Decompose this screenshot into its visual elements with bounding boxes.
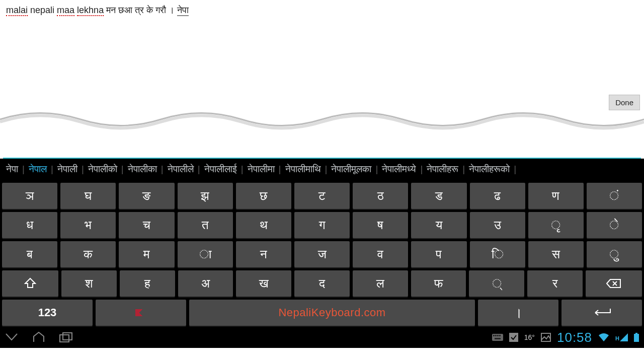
system-navbar: 16° 10:58 H: [0, 327, 644, 348]
battery-icon: [634, 333, 639, 342]
signal-icon: H: [615, 333, 628, 341]
enter-key[interactable]: [561, 300, 642, 326]
suggestion-item[interactable]: नेपालीमध्ये: [378, 164, 420, 175]
char-key[interactable]: श: [61, 270, 117, 297]
svg-rect-7: [495, 338, 501, 339]
char-key[interactable]: ह: [120, 270, 175, 297]
svg-rect-0: [60, 335, 69, 342]
key-row-3: बकमानजवपिसु: [2, 241, 642, 267]
key-row-4: शहअखदलफ्र: [2, 270, 642, 297]
char-key[interactable]: ड: [411, 183, 466, 209]
char-key[interactable]: ठ: [353, 183, 408, 209]
char-key[interactable]: ण: [528, 183, 584, 209]
svg-rect-11: [634, 334, 639, 342]
char-key[interactable]: म: [119, 241, 174, 267]
suggestion-item[interactable]: नेपाली: [53, 164, 82, 175]
done-button[interactable]: Done: [609, 95, 640, 110]
nav-left: [5, 332, 74, 343]
picture-notification-icon[interactable]: [541, 333, 551, 342]
char-key[interactable]: स: [528, 241, 584, 267]
suggestion-item[interactable]: नेपालीमूलका: [327, 164, 375, 175]
suggestion-item[interactable]: नेपालीलाई: [200, 164, 241, 175]
char-key[interactable]: क: [60, 241, 116, 267]
char-key[interactable]: ल: [353, 270, 408, 297]
char-key[interactable]: ध: [2, 212, 57, 238]
key-row-2: धभचतथगषयउृे: [2, 212, 642, 238]
suggestion-item[interactable]: नेपालीका: [124, 164, 161, 175]
home-button[interactable]: [32, 332, 45, 343]
shift-icon: [24, 277, 36, 290]
char-key[interactable]: य: [411, 212, 466, 238]
char-key[interactable]: फ: [411, 270, 466, 297]
char-key[interactable]: ु: [587, 241, 642, 267]
char-key[interactable]: र: [527, 270, 583, 297]
char-key[interactable]: अ: [178, 270, 233, 297]
shift-key[interactable]: [2, 270, 58, 297]
soft-keyboard: ञघङझछटठडढणं धभचतथगषयउृे बकमानजवपिसु शहअख…: [0, 180, 644, 327]
char-key[interactable]: ञ: [2, 183, 57, 209]
char-key[interactable]: ग: [294, 212, 350, 238]
status-clock: 10:58: [557, 330, 592, 345]
svg-rect-4: [495, 335, 497, 336]
char-key[interactable]: छ: [236, 183, 291, 209]
key-row-bottom: 123 NepaliKeyboard.com ।: [2, 300, 642, 326]
screen: malai nepali maa lekhna मन छआ त्र के गरौ…: [0, 0, 644, 358]
nav-right: 16° 10:58 H: [492, 330, 639, 345]
char-key[interactable]: न: [236, 241, 291, 267]
suggestion-item[interactable]: नेपाल: [25, 164, 51, 175]
suggestion-item[interactable]: नेपालीहरू: [423, 164, 462, 175]
checkbox-notification-icon[interactable]: [509, 333, 518, 342]
suggestion-item[interactable]: नेपा: [2, 164, 22, 175]
backspace-key[interactable]: [586, 270, 642, 297]
decorative-wave: [0, 107, 644, 132]
char-key[interactable]: घ: [60, 183, 116, 209]
char-key[interactable]: ट: [294, 183, 350, 209]
char-key[interactable]: ज: [294, 241, 350, 267]
suggestion-item[interactable]: नेपालीहरूको: [465, 164, 514, 175]
recent-apps-button[interactable]: [59, 332, 74, 342]
key-row-1: ञघङझछटठडढणं: [2, 183, 642, 209]
char-key[interactable]: े: [587, 212, 642, 238]
char-key[interactable]: उ: [470, 212, 525, 238]
language-key[interactable]: [96, 300, 186, 326]
danda-key[interactable]: ।: [478, 300, 558, 326]
char-key[interactable]: ढ: [470, 183, 525, 209]
char-key[interactable]: ख: [236, 270, 291, 297]
svg-rect-6: [499, 335, 501, 336]
char-key[interactable]: त: [178, 212, 233, 238]
char-key[interactable]: भ: [60, 212, 116, 238]
char-key[interactable]: ब: [2, 241, 57, 267]
char-key[interactable]: झ: [178, 183, 233, 209]
svg-rect-1: [63, 333, 72, 340]
enter-icon: [592, 308, 611, 317]
suggestion-item[interactable]: नेपालीमाथि: [281, 164, 325, 175]
input-focus-line: [3, 158, 641, 159]
char-key[interactable]: ्: [469, 270, 524, 297]
suggestion-separator: |: [514, 164, 516, 175]
suggestion-item[interactable]: नेपालीमा: [244, 164, 279, 175]
svg-rect-3: [493, 335, 495, 336]
char-key[interactable]: द: [294, 270, 350, 297]
suggestion-item[interactable]: नेपालीको: [84, 164, 121, 175]
char-key[interactable]: ृ: [528, 212, 584, 238]
text-segment: maa: [57, 5, 74, 16]
char-key[interactable]: प: [411, 241, 466, 267]
suggestion-item[interactable]: नेपालीले: [164, 164, 198, 175]
numeric-key[interactable]: 123: [2, 300, 93, 326]
char-key[interactable]: ङ: [119, 183, 174, 209]
char-key[interactable]: ि: [470, 241, 525, 267]
char-key[interactable]: च: [119, 212, 174, 238]
char-key[interactable]: ं: [587, 183, 642, 209]
suggestion-bar[interactable]: नेपा|नेपाल|नेपाली|नेपालीको|नेपालीका|नेपा…: [0, 159, 644, 180]
char-key[interactable]: थ: [236, 212, 291, 238]
svg-rect-5: [497, 335, 499, 336]
char-key[interactable]: ष: [353, 212, 408, 238]
space-key[interactable]: NepaliKeyboard.com: [189, 300, 475, 326]
svg-rect-10: [635, 333, 637, 334]
char-key[interactable]: ा: [178, 241, 233, 267]
hide-keyboard-button[interactable]: [5, 333, 18, 342]
char-key[interactable]: व: [353, 241, 408, 267]
text-input-area[interactable]: malai nepali maa lekhna मन छआ त्र के गरौ…: [0, 0, 644, 159]
keyboard-notification-icon[interactable]: [492, 334, 503, 341]
svg-rect-8: [510, 333, 518, 341]
